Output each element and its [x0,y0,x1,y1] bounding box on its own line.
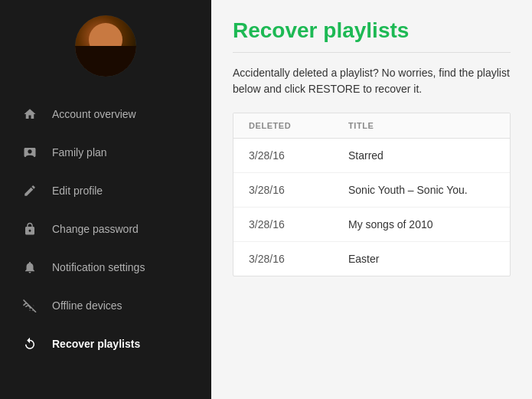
sidebar-item-account-overview[interactable]: Account overview [0,95,211,133]
cell-deleted: 3/28/16 [249,184,348,196]
table-row[interactable]: 3/28/16 Sonic Youth – Sonic You. [233,173,510,208]
family-icon [21,144,38,161]
cell-title: My songs of 2010 [348,218,494,231]
sidebar-item-label: Offline devices [52,299,122,312]
table-header: DELETED TITLE [233,113,510,139]
title-divider [233,52,511,53]
sidebar-item-label: Account overview [52,108,136,120]
table-row[interactable]: 3/28/16 Easter [233,242,510,276]
main-content: Recover playlists Accidentally deleted a… [211,0,532,399]
cell-title: Easter [348,253,494,265]
sidebar-item-edit-profile[interactable]: Edit profile [0,172,211,210]
edit-icon [21,182,38,199]
cell-deleted: 3/28/16 [249,149,348,162]
sidebar-item-family-plan[interactable]: Family plan [0,133,211,172]
cell-title: Starred [348,149,494,162]
table-row[interactable]: 3/28/16 Starred [233,139,510,173]
lock-icon [21,221,38,237]
playlists-table: DELETED TITLE 3/28/16 Starred 3/28/16 So… [233,113,511,276]
description: Accidentally deleted a playlist? No worr… [233,65,511,97]
sidebar-item-label: Edit profile [52,185,103,197]
sidebar-item-label: Change password [52,223,139,235]
table-row[interactable]: 3/28/16 My songs of 2010 [233,208,510,242]
sidebar-item-change-password[interactable]: Change password [0,210,211,248]
nav-list: Account overview Family plan Edit profil… [0,95,211,399]
offline-icon [21,297,38,314]
sidebar-item-notification-settings[interactable]: Notification settings [0,248,211,286]
header-deleted: DELETED [249,121,348,130]
cell-deleted: 3/28/16 [249,253,348,265]
sidebar-item-recover-playlists[interactable]: Recover playlists [0,325,211,363]
sidebar: Account overview Family plan Edit profil… [0,0,211,399]
cell-deleted: 3/28/16 [249,218,348,231]
sidebar-item-label: Notification settings [52,261,145,273]
sidebar-item-label: Family plan [52,146,107,159]
page-title: Recover playlists [233,18,511,43]
bell-icon [21,259,38,276]
avatar [75,15,136,77]
sidebar-item-label: Recover playlists [52,338,140,350]
recover-icon [21,335,38,352]
header-title: TITLE [348,121,494,130]
home-icon [21,106,38,123]
cell-title: Sonic Youth – Sonic You. [348,184,494,196]
sidebar-item-offline-devices[interactable]: Offline devices [0,286,211,325]
